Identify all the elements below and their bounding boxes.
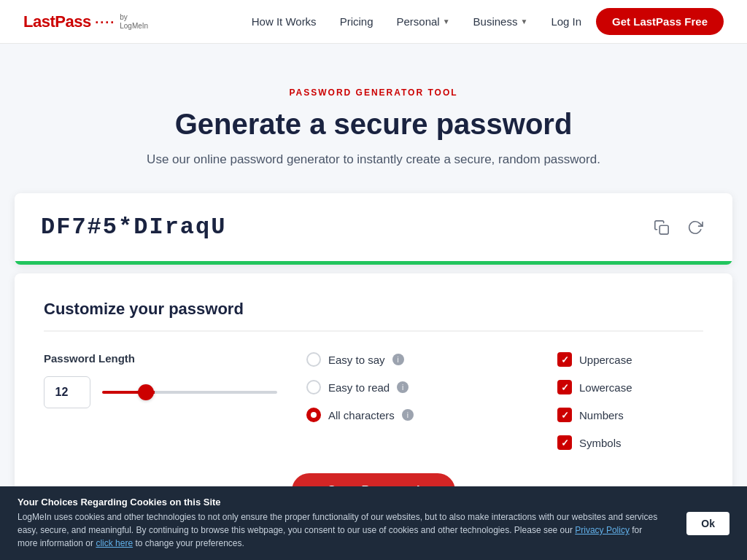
radio-item-all-characters[interactable]: All characters i [306, 408, 528, 422]
cookie-text-main: LogMeIn uses cookies and other technolog… [18, 512, 657, 535]
radio-circle-easy-to-say [306, 352, 321, 367]
checkbox-box-lowercase: ✓ [557, 380, 572, 394]
svg-rect-0 [659, 225, 668, 234]
checkbox-item-symbols[interactable]: ✓ Symbols [557, 435, 703, 450]
nav-link-pricing[interactable]: Pricing [331, 9, 382, 34]
length-label: Password Length [44, 352, 277, 365]
get-lastpass-button[interactable]: Get LastPass Free [596, 8, 724, 35]
radio-item-easy-to-say[interactable]: Easy to say i [306, 352, 528, 367]
cookie-banner: Your Choices Regarding Cookies on this S… [0, 486, 747, 560]
checkbox-label-lowercase: Lowercase [579, 381, 632, 394]
length-input[interactable] [44, 376, 90, 408]
password-value: DF7#5*DIraqU [41, 214, 226, 241]
nav-item-how-it-works[interactable]: How It Works [243, 9, 325, 34]
checkbox-box-symbols: ✓ [557, 435, 572, 450]
cookie-text-end: to change your preferences. [133, 538, 244, 548]
main-content: PASSWORD GENERATOR TOOL Generate a secur… [0, 44, 747, 560]
page-subtitle: Use our online password generator to ins… [15, 152, 732, 167]
radio-label-all-characters: All characters [328, 409, 395, 421]
checkbox-check-uppercase: ✓ [561, 354, 569, 365]
cookie-text: LogMeIn uses cookies and other technolog… [18, 510, 659, 550]
cookie-content: Your Choices Regarding Cookies on this S… [18, 497, 659, 550]
checkbox-group: ✓ Uppercase ✓ Lowercase ✓ [557, 352, 703, 450]
checkbox-check-symbols: ✓ [561, 438, 569, 448]
navbar: LastPass ···· byLogMeIn How It Works Pri… [0, 0, 747, 44]
length-section: Password Length [44, 352, 277, 450]
password-display-area: DF7#5*DIraqU [15, 193, 732, 261]
nav-link-business[interactable]: Business ▼ [465, 9, 537, 34]
copy-icon [654, 219, 670, 236]
info-icon-easy-to-read[interactable]: i [397, 381, 409, 393]
nav-link-how-it-works[interactable]: How It Works [243, 9, 325, 34]
nav-item-personal[interactable]: Personal ▼ [387, 9, 458, 34]
nav-item-cta[interactable]: Get LastPass Free [596, 8, 724, 35]
customize-title: Customize your password [44, 300, 703, 332]
checkbox-label-uppercase: Uppercase [579, 354, 632, 366]
checkbox-item-lowercase[interactable]: ✓ Lowercase [557, 380, 703, 394]
customize-body: Password Length Easy to say i Ea [44, 352, 703, 450]
checkbox-check-lowercase: ✓ [561, 382, 569, 393]
nav-link-login[interactable]: Log In [542, 9, 590, 34]
length-control [44, 376, 277, 408]
checkbox-item-uppercase[interactable]: ✓ Uppercase [557, 352, 703, 367]
radio-circle-easy-to-read [306, 380, 321, 394]
copy-icon-button[interactable] [651, 217, 673, 238]
nav-links: How It Works Pricing Personal ▼ Business… [243, 8, 724, 35]
radio-group: Easy to say i Easy to read i All charact… [306, 352, 528, 422]
logo-text: LastPass ···· [23, 12, 115, 31]
checkbox-box-numbers: ✓ [557, 408, 572, 422]
info-icon-easy-to-say[interactable]: i [392, 354, 404, 365]
logo-by: byLogMeIn [120, 13, 148, 31]
char-type-section: Easy to say i Easy to read i All charact… [306, 352, 528, 450]
checkbox-item-numbers[interactable]: ✓ Numbers [557, 408, 703, 422]
privacy-policy-link[interactable]: Privacy Policy [575, 525, 630, 535]
checkbox-label-numbers: Numbers [579, 409, 624, 421]
checkbox-box-uppercase: ✓ [557, 352, 572, 367]
nav-link-personal[interactable]: Personal ▼ [387, 9, 458, 34]
nav-item-pricing[interactable]: Pricing [331, 9, 382, 34]
length-slider[interactable] [102, 391, 277, 394]
chevron-down-icon: ▼ [443, 18, 450, 26]
radio-label-easy-to-read: Easy to read [328, 381, 390, 394]
checkbox-check-numbers: ✓ [561, 410, 569, 421]
refresh-icon [687, 219, 703, 236]
cookie-ok-button[interactable]: Ok [686, 512, 729, 535]
section-label: PASSWORD GENERATOR TOOL [15, 88, 732, 98]
chevron-down-icon: ▼ [520, 18, 527, 26]
info-icon-all-characters[interactable]: i [402, 409, 414, 421]
password-display-card: DF7#5*DIraqU [15, 193, 732, 265]
radio-item-easy-to-read[interactable]: Easy to read i [306, 380, 528, 394]
checkbox-label-symbols: Symbols [579, 437, 622, 449]
logo[interactable]: LastPass ···· byLogMeIn [23, 12, 148, 31]
radio-label-easy-to-say: Easy to say [328, 354, 385, 366]
nav-item-login[interactable]: Log In [542, 9, 590, 34]
cookie-title: Your Choices Regarding Cookies on this S… [18, 497, 659, 508]
refresh-icon-button[interactable] [684, 217, 706, 238]
password-actions [651, 217, 706, 238]
click-here-link[interactable]: click here [96, 538, 133, 548]
radio-circle-all-characters [306, 408, 321, 422]
strength-bar [15, 261, 732, 265]
checkbox-section: ✓ Uppercase ✓ Lowercase ✓ [557, 352, 703, 450]
nav-item-business[interactable]: Business ▼ [465, 9, 537, 34]
page-title: Generate a secure password [15, 108, 732, 141]
